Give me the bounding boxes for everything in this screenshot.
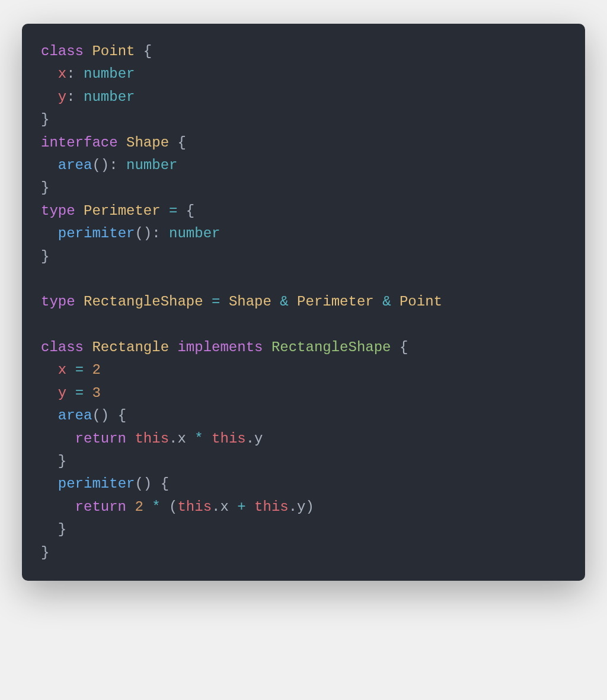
- code-token: &: [280, 294, 288, 310]
- code-token: {: [143, 43, 152, 59]
- code-token: [41, 453, 58, 469]
- code-token: number: [84, 89, 135, 105]
- code-token: this: [135, 431, 169, 447]
- code-token: return: [75, 431, 126, 447]
- code-token: type: [41, 294, 75, 310]
- code-token: [84, 43, 92, 59]
- code-token: {: [118, 408, 126, 424]
- code-token: [41, 157, 58, 173]
- code-token: .x: [169, 431, 194, 447]
- code-token: .y): [289, 499, 314, 515]
- code-token: [263, 339, 271, 355]
- code-window: class Point { x: number y: number } inte…: [22, 24, 585, 581]
- code-token: ():: [135, 225, 169, 241]
- code-token: class: [41, 43, 84, 59]
- code-token: ():: [92, 157, 126, 173]
- code-token: [41, 521, 58, 537]
- code-token: return: [75, 499, 126, 515]
- code-token: .y: [246, 431, 263, 447]
- code-token: {: [186, 203, 194, 219]
- code-token: RectangleShape: [84, 294, 203, 310]
- code-token: 3: [92, 385, 100, 401]
- code-token: *: [194, 431, 203, 447]
- code-token: Perimeter: [84, 203, 161, 219]
- code-token: [271, 294, 280, 310]
- code-token: [41, 476, 58, 492]
- code-token: [41, 385, 58, 401]
- code-token: this: [212, 431, 246, 447]
- code-token: [135, 43, 143, 59]
- code-token: type: [41, 203, 75, 219]
- code-token: area: [58, 157, 92, 173]
- code-token: }: [41, 545, 49, 561]
- code-token: number: [84, 66, 135, 82]
- code-token: area: [58, 408, 92, 424]
- code-token: number: [126, 157, 177, 173]
- code-token: [75, 294, 84, 310]
- code-token: (): [135, 476, 160, 492]
- code-token: implements: [177, 339, 263, 355]
- code-token: *: [152, 499, 160, 515]
- code-token: this: [177, 499, 212, 515]
- code-token: {: [400, 339, 408, 355]
- code-token: this: [254, 499, 289, 515]
- code-token: [75, 203, 84, 219]
- code-token: [143, 499, 152, 515]
- code-token: }: [58, 453, 66, 469]
- code-token: (: [161, 499, 178, 515]
- code-token: y: [58, 385, 66, 401]
- code-token: [169, 135, 177, 151]
- code-token: perimiter: [58, 476, 135, 492]
- code-token: =: [75, 385, 84, 401]
- code-token: [66, 362, 75, 378]
- code-token: y: [58, 89, 66, 105]
- code-token: [203, 294, 212, 310]
- code-token: 2: [92, 362, 100, 378]
- code-token: &: [382, 294, 391, 310]
- code-token: [374, 294, 382, 310]
- code-token: [84, 362, 92, 378]
- code-token: Perimeter: [297, 294, 374, 310]
- code-token: [118, 135, 126, 151]
- code-token: [84, 385, 92, 401]
- code-token: }: [41, 180, 49, 196]
- code-token: Point: [400, 294, 442, 310]
- code-token: x: [58, 66, 66, 82]
- code-token: class: [41, 339, 84, 355]
- code-token: number: [169, 225, 220, 241]
- code-token: [126, 499, 135, 515]
- code-token: (): [92, 408, 117, 424]
- code-token: :: [66, 89, 84, 105]
- code-token: +: [237, 499, 245, 515]
- code-token: [391, 339, 400, 355]
- code-token: [220, 294, 228, 310]
- code-token: perimiter: [58, 225, 135, 241]
- code-token: [41, 66, 58, 82]
- code-token: Point: [92, 43, 135, 59]
- code-token: [41, 408, 58, 424]
- code-token: .x: [212, 499, 237, 515]
- code-token: [203, 431, 212, 447]
- code-token: [161, 203, 169, 219]
- code-token: {: [177, 135, 186, 151]
- code-token: x: [58, 362, 66, 378]
- code-token: [391, 294, 400, 310]
- code-token: [41, 225, 58, 241]
- code-token: RectangleShape: [271, 339, 391, 355]
- code-token: [126, 431, 135, 447]
- code-block: class Point { x: number y: number } inte…: [41, 40, 566, 564]
- code-token: [246, 499, 254, 515]
- code-token: [177, 203, 186, 219]
- code-token: =: [212, 294, 220, 310]
- code-token: [169, 339, 177, 355]
- code-token: [41, 362, 58, 378]
- code-token: :: [66, 66, 84, 82]
- code-token: Rectangle: [92, 339, 169, 355]
- code-token: interface: [41, 135, 118, 151]
- code-token: [41, 431, 75, 447]
- code-token: =: [75, 362, 84, 378]
- code-token: Shape: [126, 135, 169, 151]
- code-token: [66, 385, 75, 401]
- code-token: {: [161, 476, 169, 492]
- code-token: }: [41, 249, 49, 265]
